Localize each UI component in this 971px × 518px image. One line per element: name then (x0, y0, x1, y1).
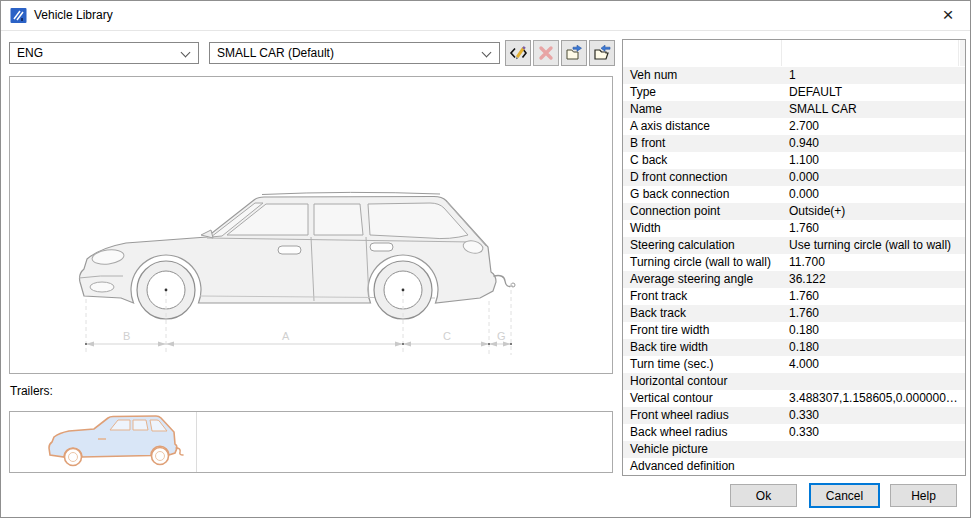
property-row[interactable]: Back tire width0.180 (623, 339, 965, 356)
vehicle-property-grid: Veh num1TypeDEFAULTNameSMALL CARA axis d… (622, 39, 966, 476)
property-row[interactable]: B front0.940 (623, 135, 965, 152)
property-row[interactable]: Width1.760 (623, 220, 965, 237)
property-grid-header-value-column (782, 40, 959, 66)
property-value[interactable]: 1.100 (782, 152, 965, 169)
close-icon[interactable]: × (932, 1, 964, 29)
dimension-label-c: C (443, 330, 451, 342)
property-row[interactable]: Steering calculationUse turning circle (… (623, 237, 965, 254)
trailers-label: Trailers: (10, 384, 53, 398)
property-row[interactable]: Front tire width0.180 (623, 322, 965, 339)
title-bar: Vehicle Library × (1, 1, 970, 31)
vehicle-side-view-drawing: B A C G (10, 77, 612, 373)
edit-vehicle-button[interactable] (505, 40, 531, 66)
property-value[interactable] (782, 373, 965, 390)
property-row[interactable]: Turning circle (wall to wall)11.700 (623, 254, 965, 271)
property-value[interactable]: 4.000 (782, 356, 965, 373)
window-title: Vehicle Library (34, 8, 113, 22)
property-value[interactable]: 1.760 (782, 288, 965, 305)
property-value[interactable]: 3.488307,1.158605,0.000000;3... (782, 390, 965, 407)
property-row[interactable]: G back connection0.000 (623, 186, 965, 203)
dimension-label-b: B (123, 330, 130, 342)
property-label: Connection point (623, 203, 782, 220)
property-value[interactable]: 0.180 (782, 322, 965, 339)
property-row[interactable]: A axis distance2.700 (623, 118, 965, 135)
pencil-edit-icon (509, 44, 528, 62)
property-label: G back connection (623, 186, 782, 203)
property-value[interactable]: 11.700 (782, 254, 965, 271)
delete-vehicle-button[interactable] (533, 40, 559, 66)
property-label: Average steering angle (623, 271, 782, 288)
language-select-value: ENG (17, 46, 43, 60)
property-value[interactable]: 1.760 (782, 220, 965, 237)
property-value[interactable]: DEFAULT (782, 84, 965, 101)
property-label: Back wheel radius (623, 424, 782, 441)
dimension-labels: B A C G (123, 330, 506, 342)
property-row[interactable]: Front wheel radius0.330 (623, 407, 965, 424)
property-label: C back (623, 152, 782, 169)
ok-button[interactable]: Ok (730, 484, 797, 507)
trailer-thumbnail-car (10, 412, 196, 471)
app-logo-icon (10, 7, 27, 24)
property-label: Vertical contour (623, 390, 782, 407)
vehicle-select[interactable]: SMALL CAR (Default) (209, 42, 500, 64)
help-button[interactable]: Help (890, 484, 957, 507)
folder-export-icon (565, 44, 584, 62)
property-value[interactable]: SMALL CAR (782, 101, 965, 118)
property-row[interactable]: D front connection0.000 (623, 169, 965, 186)
language-select[interactable]: ENG (9, 42, 199, 64)
dimension-label-g: G (497, 330, 506, 342)
property-value[interactable]: 0.940 (782, 135, 965, 152)
dimension-label-a: A (282, 330, 290, 342)
property-row[interactable]: Average steering angle36.122 (623, 271, 965, 288)
property-value[interactable]: 0.330 (782, 424, 965, 441)
folder-import-icon (593, 44, 612, 62)
property-label: Advanced definition (623, 458, 782, 475)
property-grid-header-name-column (623, 40, 782, 66)
property-row[interactable]: Back track1.760 (623, 305, 965, 322)
export-vehicle-button[interactable] (561, 40, 587, 66)
property-label: Horizontal contour (623, 373, 782, 390)
property-row[interactable]: Vertical contour3.488307,1.158605,0.0000… (623, 390, 965, 407)
property-row[interactable]: TypeDEFAULT (623, 84, 965, 101)
property-label: Back tire width (623, 339, 782, 356)
property-label: Type (623, 84, 782, 101)
property-label: B front (623, 135, 782, 152)
property-value[interactable]: 1 (782, 67, 965, 84)
chevron-down-icon (482, 48, 492, 58)
property-row[interactable]: C back1.100 (623, 152, 965, 169)
property-row[interactable]: Connection pointOutside(+) (623, 203, 965, 220)
cancel-button[interactable]: Cancel (809, 483, 880, 508)
vehicle-library-dialog: Vehicle Library × ENG SMALL CAR (Default… (0, 0, 971, 518)
property-value[interactable]: 36.122 (782, 271, 965, 288)
trailer-item[interactable] (10, 412, 197, 472)
property-row[interactable]: Turn time (sec.)4.000 (623, 356, 965, 373)
property-value[interactable] (782, 441, 965, 458)
property-value[interactable]: 0.330 (782, 407, 965, 424)
property-row[interactable]: NameSMALL CAR (623, 101, 965, 118)
property-label: Front wheel radius (623, 407, 782, 424)
property-label: Vehicle picture (623, 441, 782, 458)
property-value[interactable]: 0.000 (782, 186, 965, 203)
property-row[interactable]: Front track1.760 (623, 288, 965, 305)
property-value[interactable] (782, 458, 965, 475)
trailers-list (9, 411, 613, 473)
property-row[interactable]: Veh num1 (623, 67, 965, 84)
property-row[interactable]: Back wheel radius0.330 (623, 424, 965, 441)
property-value[interactable]: Use turning circle (wall to wall) (782, 237, 965, 254)
property-row[interactable]: Vehicle picture (623, 441, 965, 458)
property-value[interactable]: Outside(+) (782, 203, 965, 220)
property-label: Veh num (623, 67, 782, 84)
property-grid-rows: Veh num1TypeDEFAULTNameSMALL CARA axis d… (623, 67, 965, 475)
property-value[interactable]: 0.000 (782, 169, 965, 186)
property-row[interactable]: Advanced definition (623, 458, 965, 475)
property-value[interactable]: 1.760 (782, 305, 965, 322)
property-label: A axis distance (623, 118, 782, 135)
property-label: Turn time (sec.) (623, 356, 782, 373)
property-row[interactable]: Horizontal contour (623, 373, 965, 390)
property-value[interactable]: 0.180 (782, 339, 965, 356)
property-label: Turning circle (wall to wall) (623, 254, 782, 271)
import-vehicle-button[interactable] (589, 40, 615, 66)
property-value[interactable]: 2.700 (782, 118, 965, 135)
chevron-down-icon (181, 48, 191, 58)
property-label: D front connection (623, 169, 782, 186)
